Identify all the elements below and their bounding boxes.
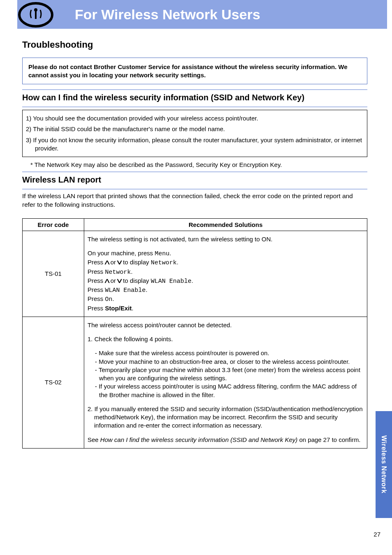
solution-step: Press ᐱ or ᐯ to display Network. [88,258,364,267]
section-tab-wireless-network: Wireless Network [376,411,392,518]
list-item: - Make sure that the wireless access poi… [95,349,364,357]
error-code-cell: TS-02 [23,317,84,448]
table-header-error-code: Error code [23,218,84,231]
solution-intro: The wireless access point/router cannot … [88,321,364,329]
solution-step: Press Stop/Exit. [88,304,364,312]
solution-see-reference: See How can I find the wireless security… [88,436,364,444]
page-number: 27 [374,531,380,538]
solution-bullets: - Make sure that the wireless access poi… [88,349,364,399]
list-item: 2) The initial SSID could be the manufac… [26,125,364,133]
table-row: TS-01 The wireless setting is not activa… [23,231,367,317]
section-tab-label: Wireless Network [380,435,387,493]
solution-manual-entry: 2. If you manually entered the SSID and … [88,405,364,430]
solution-step: Press ᐱ or ᐯ to display WLAN Enable. [88,277,364,286]
list-item: 3) If you do not know the security infor… [26,136,364,153]
down-arrow-icon: ᐯ [117,259,122,266]
solution-step: Press On. [88,295,364,304]
notice-box: Please do not contact Brother Customer S… [22,58,367,84]
up-arrow-icon: ᐱ [104,259,109,266]
wlan-intro-text: If the wireless LAN report that printed … [22,192,367,209]
divider [22,189,367,190]
page-banner: For Wireless Network Users [17,0,387,29]
table-header-solutions: Recommended Solutions [84,218,367,231]
list-item: 1) You should see the documentation prov… [26,114,364,123]
solution-intro: The wireless setting is not activated, t… [88,235,364,243]
solution-cell: The wireless setting is not activated, t… [84,231,367,317]
solution-step: Press Network. [88,268,364,277]
error-code-cell: TS-01 [23,231,84,317]
wireless-icon [17,1,54,28]
list-item: - Temporarily place your machine within … [95,366,364,383]
up-arrow-icon: ᐱ [104,278,109,285]
find-info-heading: How can I find the wireless security inf… [22,92,367,102]
list-item: - Move your machine to an obstruction-fr… [95,358,364,366]
wlan-report-heading: Wireless LAN report [22,175,367,185]
solution-step: Press WLAN Enable. [88,286,364,295]
down-arrow-icon: ᐯ [117,278,122,285]
solution-step: On your machine, press Menu. [88,249,364,258]
troubleshooting-heading: Troubleshooting [22,39,367,50]
banner-title: For Wireless Network Users [75,7,260,23]
divider [22,89,367,90]
network-key-footnote: * The Network Key may also be described … [22,160,367,171]
divider [22,171,367,172]
table-row: TS-02 The wireless access point/router c… [23,317,367,448]
error-code-table: Error code Recommended Solutions TS-01 T… [22,218,367,449]
find-info-list: 1) You should see the documentation prov… [22,110,367,157]
list-item: - If your wireless access point/router i… [95,382,364,399]
solution-check-heading: 1. Check the following 4 points. [88,335,364,343]
divider [22,106,367,107]
solution-cell: The wireless access point/router cannot … [84,317,367,448]
